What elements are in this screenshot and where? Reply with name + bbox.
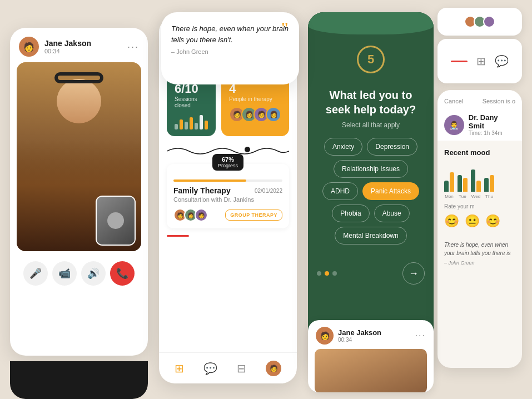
- camera-button[interactable]: 📹: [52, 261, 77, 286]
- chip-adhd[interactable]: ADHD: [322, 182, 358, 200]
- session-detail-card: Cancel Session is o 👨‍⚕️ Dr. Dany Smit T…: [437, 90, 522, 368]
- emoji-happy[interactable]: 😊: [444, 214, 459, 228]
- quote-text: There is hope, even when your brain tell…: [161, 12, 299, 47]
- bar-5: [195, 123, 198, 129]
- question-body: What led you to seek help today? Select …: [308, 79, 434, 253]
- session-footer: 🧑 👩 🧑 GROUP THERAPY: [173, 208, 282, 222]
- answer-chips: Anxiety Depression Relationship Issues A…: [317, 138, 425, 245]
- mbar-thu-g: [484, 178, 489, 192]
- people-avatars: 🧑 👩 🧑 👩: [229, 107, 281, 122]
- jane-avatar: 🧑: [316, 327, 334, 345]
- person-avatar-4: 👩: [266, 107, 281, 122]
- video-card-bottom-bar: [10, 361, 148, 399]
- right-grid-icon[interactable]: ⊞: [476, 54, 486, 68]
- jane-info: Jane Jakson 00:34: [338, 328, 381, 343]
- session-av-3: 🧑: [195, 208, 208, 222]
- nav-chat-icon[interactable]: 💬: [203, 362, 217, 375]
- session-title: Family Therapy: [173, 186, 231, 195]
- progress-track: [173, 179, 282, 182]
- emoji-smile[interactable]: 😊: [485, 214, 500, 228]
- mood-col-wed: Wed: [471, 169, 481, 199]
- mood-col-tue: Tue: [458, 175, 468, 199]
- jane-preview-bg: [315, 349, 427, 392]
- mini-video-feed: [96, 196, 136, 246]
- progress-badge: 67% Progress: [212, 154, 243, 171]
- mood-day-wed: Wed: [471, 194, 480, 199]
- mute-button[interactable]: 🎤: [23, 261, 48, 286]
- chip-abuse[interactable]: Abuse: [374, 205, 410, 222]
- doctor-info: 👨‍⚕️ Dr. Dany Smit Time: 1h 34m: [437, 109, 522, 141]
- mbar-tue-y: [463, 178, 468, 192]
- doctor-name: Dr. Dany Smit: [469, 113, 515, 130]
- jane-menu-icon[interactable]: ···: [415, 331, 426, 341]
- camera-icon: 📹: [58, 267, 71, 280]
- bar-2: [180, 119, 183, 129]
- mood-bars-thu: [484, 175, 494, 192]
- bar-3: [185, 122, 188, 129]
- right-avatar-3: [483, 16, 495, 28]
- dot-1: [317, 271, 321, 276]
- mbar-tue-g: [458, 175, 462, 192]
- end-call-button[interactable]: 📞: [110, 261, 135, 286]
- question-navigation: →: [308, 253, 434, 285]
- timer-number: 5: [367, 52, 374, 67]
- session-header: Cancel Session is o: [437, 90, 522, 109]
- chip-breakdown[interactable]: Mental Breakdown: [335, 227, 406, 245]
- jane-time: 00:34: [338, 337, 381, 343]
- cancel-button[interactable]: Cancel: [444, 98, 463, 104]
- chip-panic[interactable]: Panic Attacks: [362, 182, 419, 200]
- right-chat-icon[interactable]: 💬: [495, 54, 509, 68]
- mbar-thu-y: [490, 175, 494, 192]
- doctor-avatar: 👨‍⚕️: [444, 115, 464, 135]
- next-question-button[interactable]: →: [402, 262, 425, 285]
- mood-day-thu: Thu: [485, 194, 493, 199]
- right-quote-author: – John Green: [444, 260, 515, 267]
- jane-video-preview: [315, 349, 427, 392]
- progress-pct: 67%: [218, 156, 238, 163]
- caller-name: Jane Jakson: [44, 39, 122, 48]
- mic-icon: 🎤: [29, 267, 42, 280]
- doctor-details: Dr. Dany Smit Time: 1h 34m: [469, 113, 515, 136]
- question-timer: 5: [357, 46, 385, 73]
- quote-mark-icon: ": [280, 19, 289, 37]
- questionnaire-card: 5 What led you to seek help today? Selec…: [308, 12, 434, 368]
- bar-6: [200, 115, 203, 129]
- emoji-neutral[interactable]: 😐: [465, 214, 480, 228]
- session-status: Session is o: [483, 98, 515, 104]
- sessions-bars: [175, 113, 208, 129]
- right-top-avatars-card: [437, 8, 522, 36]
- mood-chart: Mon Tue Wed Thu: [437, 159, 522, 203]
- mood-bars-tue: [458, 175, 468, 192]
- rate-label: Rate your m: [437, 203, 522, 214]
- svg-point-0: [245, 147, 250, 152]
- nav-home-icon[interactable]: ⊟: [237, 362, 246, 375]
- mbar-wed-g: [471, 169, 475, 192]
- right-quote-text: There is hope, even when your brain tell…: [444, 241, 515, 257]
- people-label: People in therapy: [229, 96, 281, 102]
- bottom-navigation: ⊞ 💬 ⊟ 🧑: [159, 352, 297, 383]
- chip-phobia[interactable]: Phobia: [332, 205, 369, 222]
- emoji-rating-row: 😊 😐 😊: [437, 214, 522, 235]
- question-text: What led you to seek help today?: [317, 88, 425, 117]
- nav-profile-avatar[interactable]: 🧑: [266, 361, 281, 376]
- volume-button[interactable]: 🔊: [81, 261, 106, 286]
- call-menu-icon[interactable]: ···: [127, 41, 139, 53]
- chip-depression[interactable]: Depression: [367, 138, 417, 156]
- therapy-stats: 6/10 Sessions closed 4 People in therapy…: [159, 75, 297, 143]
- cloud-shape: [308, 12, 434, 34]
- end-call-icon: 📞: [116, 267, 128, 280]
- chip-anxiety[interactable]: Anxiety: [324, 138, 362, 156]
- mood-col-mon: Mon: [444, 172, 454, 199]
- mini-video-person: [97, 197, 135, 245]
- right-avatars-group: [464, 16, 495, 28]
- mbar-mon-g: [444, 181, 449, 192]
- mood-day-mon: Mon: [445, 194, 454, 199]
- jane-header: 🧑 Jane Jakson 00:34 ···: [308, 320, 434, 349]
- nav-grid-icon[interactable]: ⊞: [175, 362, 184, 375]
- call-controls: 🎤 📹 🔊 📞: [10, 251, 148, 296]
- group-therapy-button[interactable]: GROUP THERAPY: [225, 210, 282, 221]
- video-main-feed: [17, 62, 141, 251]
- chip-relationship[interactable]: Relationship Issues: [334, 160, 408, 178]
- bar-7: [205, 121, 208, 129]
- bar-1: [175, 124, 178, 129]
